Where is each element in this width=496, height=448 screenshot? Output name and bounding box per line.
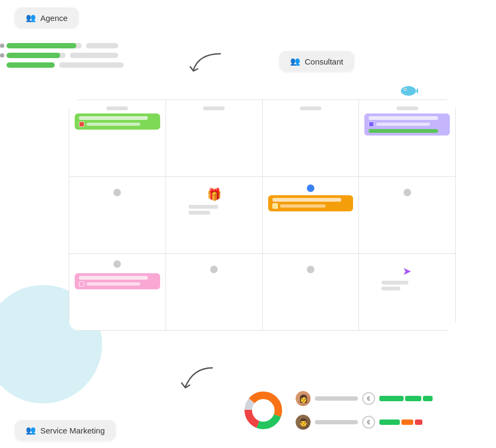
user-bar-1c (423, 396, 433, 401)
progress-row-1 (0, 43, 124, 48)
event-checkbox-pink (79, 281, 84, 287)
gift-icon: 🎁 (207, 188, 221, 202)
event-orange-sub (272, 203, 349, 209)
cell-dot-2-1 (210, 266, 218, 273)
progress-bar-bg-3b (59, 62, 124, 68)
cursor-icon (399, 83, 418, 98)
event-purple-bar (369, 116, 437, 120)
event-purple-sub (369, 122, 445, 127)
send-icon: ➤ (402, 265, 412, 278)
svg-point-0 (401, 86, 416, 96)
event-green (75, 113, 160, 130)
user-name-bar-2 (315, 420, 358, 424)
cell-header-0-2 (300, 106, 321, 110)
user-bar-2a (379, 419, 400, 425)
cal-cell-1-3 (359, 177, 456, 254)
event-purple-sub-bar (376, 123, 430, 126)
cell-text-bars-1-1 (189, 205, 240, 215)
progress-bar-fill-1 (6, 43, 76, 48)
consultant-icon: 👥 (290, 56, 300, 66)
progress-bar-fill-2 (6, 53, 60, 58)
service-marketing-label: Service Marketing (40, 426, 105, 435)
progress-bar-bg-1b (86, 43, 118, 48)
progress-bar-bg-1 (6, 43, 82, 48)
event-pink-bar (79, 276, 148, 280)
cell-header-0-1 (203, 106, 225, 110)
cal-cell-0-2 (263, 100, 360, 177)
calendar-grid: 🎁 (69, 99, 456, 331)
cell-text-bar-b (189, 211, 210, 215)
event-pink (75, 273, 160, 289)
cal-cell-2-1 (166, 254, 263, 331)
service-marketing-icon: 👥 (26, 425, 36, 435)
consultant-label: Consultant (305, 57, 343, 66)
curved-arrow-bottom (172, 357, 220, 397)
user-bar-1b (405, 396, 421, 401)
svg-point-3 (405, 89, 406, 90)
cal-cell-0-1 (166, 100, 263, 177)
user-bars-2 (379, 419, 422, 425)
progress-dot-1 (0, 44, 4, 48)
progress-bar-fill-3 (6, 62, 55, 68)
progress-bar-bg-2b (70, 53, 118, 58)
cal-cell-1-1: 🎁 (166, 177, 263, 254)
euro-badge-1: € (362, 392, 375, 405)
svg-point-8 (254, 401, 273, 420)
cell-header-0-0 (106, 106, 128, 110)
avatar-male: 👨 (296, 415, 311, 430)
event-orange-sub-bar (280, 204, 326, 208)
cal-cell-2-3: ➤ (359, 254, 456, 331)
avatar-female-img: 👩 (296, 391, 311, 406)
user-row-1: 👩 € (296, 391, 433, 406)
user-name-bar-1 (315, 396, 358, 401)
cal-cell-1-2 (263, 177, 360, 254)
cell-text-bars-2-3 (382, 281, 433, 290)
event-purple-green-bar (369, 129, 437, 133)
event-pink-sub-bar (87, 282, 140, 286)
event-checkbox-yellow (272, 203, 278, 209)
event-orange (268, 195, 354, 211)
progress-row-3 (0, 62, 124, 68)
cell-text-bar-d (382, 287, 400, 290)
svg-marker-1 (416, 88, 418, 94)
service-marketing-pill[interactable]: 👥 Service Marketing (15, 420, 116, 440)
event-sub (79, 122, 156, 127)
event-checkbox-checked (369, 122, 374, 127)
progress-dot-2 (0, 53, 4, 58)
cell-text-bar-c (382, 281, 408, 285)
euro-badge-2: € (362, 416, 375, 429)
cell-dot-2-0 (113, 260, 121, 268)
donut-chart (242, 389, 285, 432)
event-purple (364, 113, 450, 136)
user-row-2: 👨 € (296, 415, 433, 430)
calendar-card: 🎁 (69, 99, 456, 331)
agence-icon: 👥 (26, 13, 36, 23)
bottom-section: 👩 € 👨 € (242, 389, 433, 432)
agence-label: Agence (40, 13, 68, 23)
curved-arrow-top (183, 48, 226, 83)
progress-row-2 (0, 53, 124, 58)
progress-bars-container (0, 43, 124, 68)
user-bar-2b (401, 419, 413, 425)
user-bar-1a (379, 396, 404, 401)
progress-bar-bg-3 (6, 62, 55, 68)
event-checkbox-red (79, 122, 84, 127)
user-bars-1 (379, 396, 433, 401)
cell-text-bar-a (189, 205, 218, 209)
consultant-pill[interactable]: 👥 Consultant (279, 51, 354, 72)
event-pink-sub (79, 281, 156, 287)
cal-cell-2-0 (69, 254, 166, 331)
cell-dot-1-3 (404, 189, 411, 196)
cell-dot-1-0 (113, 189, 121, 196)
agence-pill[interactable]: 👥 Agence (15, 8, 78, 28)
progress-bar-bg-2 (6, 53, 66, 58)
avatar-female: 👩 (296, 391, 311, 406)
event-sub-bar (87, 123, 140, 126)
avatar-male-img: 👨 (296, 415, 311, 430)
cell-dot-2-2 (307, 266, 314, 273)
cal-cell-0-0 (69, 100, 166, 177)
user-list: 👩 € 👨 € (296, 391, 433, 430)
cal-cell-1-0 (69, 177, 166, 254)
cell-header-0-3 (397, 106, 418, 110)
cell-dot-blue (307, 184, 314, 192)
